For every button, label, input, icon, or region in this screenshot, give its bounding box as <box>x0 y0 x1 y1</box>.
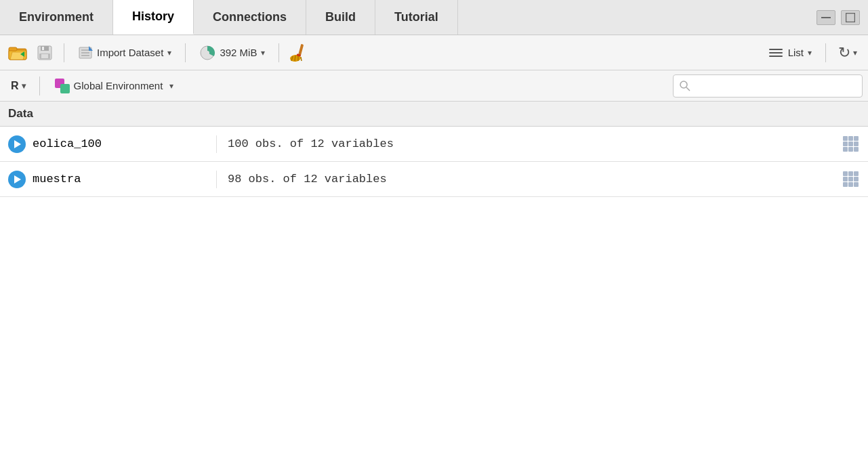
search-input[interactable] <box>691 81 856 91</box>
svg-rect-8 <box>41 46 49 51</box>
search-container <box>673 74 863 98</box>
memory-label: 392 MiB <box>220 47 257 58</box>
list-label: List <box>788 47 804 58</box>
broom-icon <box>290 43 306 62</box>
grid-view-icon <box>843 171 859 187</box>
toolbar: Import Dataset ▾ 392 MiB ▾ <box>0 35 868 70</box>
memory-pie-icon <box>199 45 215 61</box>
svg-rect-9 <box>42 47 44 50</box>
svg-point-18 <box>205 51 209 55</box>
r-dropdown-icon: ▾ <box>22 81 26 91</box>
svg-line-24 <box>301 57 302 61</box>
svg-rect-0 <box>821 17 831 18</box>
import-icon <box>78 46 93 60</box>
data-section: Data eolica_100 100 obs. of 12 variables <box>0 102 868 197</box>
play-triangle <box>14 175 21 183</box>
import-dataset-button[interactable]: Import Dataset ▾ <box>71 43 178 62</box>
tab-build[interactable]: Build <box>306 0 375 35</box>
global-environment-button[interactable]: Global Environment ▾ <box>48 76 181 96</box>
import-dropdown-icon: ▾ <box>167 48 171 58</box>
refresh-icon: ↻ <box>838 45 850 60</box>
env-separator <box>39 77 40 95</box>
clear-button[interactable] <box>286 41 310 64</box>
content-area <box>0 197 868 455</box>
svg-line-27 <box>686 87 690 91</box>
env-bar: R ▾ Global Environment ▾ <box>0 70 868 102</box>
table-row[interactable]: muestra 98 obs. of 12 variables <box>0 162 868 197</box>
memory-button[interactable]: 392 MiB ▾ <box>192 42 272 64</box>
list-view-button[interactable]: List ▾ <box>762 44 819 61</box>
minimize-button[interactable] <box>817 10 835 25</box>
save-button[interactable] <box>33 41 57 64</box>
svg-rect-4 <box>9 47 17 51</box>
window-controls <box>808 0 868 35</box>
svg-rect-11 <box>41 54 48 58</box>
separator-4 <box>825 43 826 62</box>
maximize-icon <box>846 13 855 22</box>
list-dropdown-icon: ▾ <box>808 48 812 58</box>
import-dataset-label: Import Dataset <box>97 47 163 58</box>
tab-tutorial[interactable]: Tutorial <box>375 0 458 35</box>
minimize-icon <box>821 16 831 18</box>
save-icon <box>37 45 53 61</box>
tab-bar: Environment History Connections Build Tu… <box>0 0 868 35</box>
tab-history[interactable]: History <box>113 0 194 35</box>
refresh-button[interactable]: ↻ ▾ <box>833 43 863 63</box>
svg-point-26 <box>680 81 687 88</box>
expand-icon[interactable] <box>8 171 26 188</box>
separator-2 <box>185 43 186 62</box>
toolbar-right: List ▾ ↻ ▾ <box>762 43 863 63</box>
global-env-dropdown-icon: ▾ <box>169 81 173 91</box>
data-name-cell: eolica_100 <box>0 135 217 153</box>
open-button[interactable] <box>5 41 30 64</box>
tab-spacer <box>458 0 808 35</box>
maximize-button[interactable] <box>841 10 860 25</box>
svg-marker-16 <box>89 46 93 51</box>
svg-rect-1 <box>846 13 855 22</box>
search-icon <box>679 80 691 92</box>
data-name-cell: muestra <box>0 171 217 188</box>
separator-3 <box>278 43 279 62</box>
open-folder-icon <box>8 45 27 61</box>
data-info-cell: 100 obs. of 12 variables <box>217 137 833 150</box>
refresh-dropdown-icon: ▾ <box>853 48 857 58</box>
env-icon <box>55 79 70 93</box>
view-data-cell[interactable] <box>833 171 868 187</box>
svg-line-22 <box>295 56 295 61</box>
memory-dropdown-icon: ▾ <box>261 48 265 58</box>
table-row[interactable]: eolica_100 100 obs. of 12 variables <box>0 127 868 162</box>
r-language-button[interactable]: R ▾ <box>5 77 31 95</box>
hamburger-icon <box>769 49 783 57</box>
separator-1 <box>64 43 64 62</box>
section-header: Data <box>0 102 868 127</box>
view-data-cell[interactable] <box>833 136 868 152</box>
data-info-cell: 98 obs. of 12 variables <box>217 173 833 186</box>
grid-view-icon <box>843 136 859 152</box>
tab-environment[interactable]: Environment <box>0 0 113 35</box>
tab-connections[interactable]: Connections <box>194 0 306 35</box>
expand-icon[interactable] <box>8 135 26 153</box>
global-env-label: Global Environment <box>74 80 163 91</box>
play-triangle <box>14 140 21 148</box>
r-label: R <box>11 80 19 92</box>
